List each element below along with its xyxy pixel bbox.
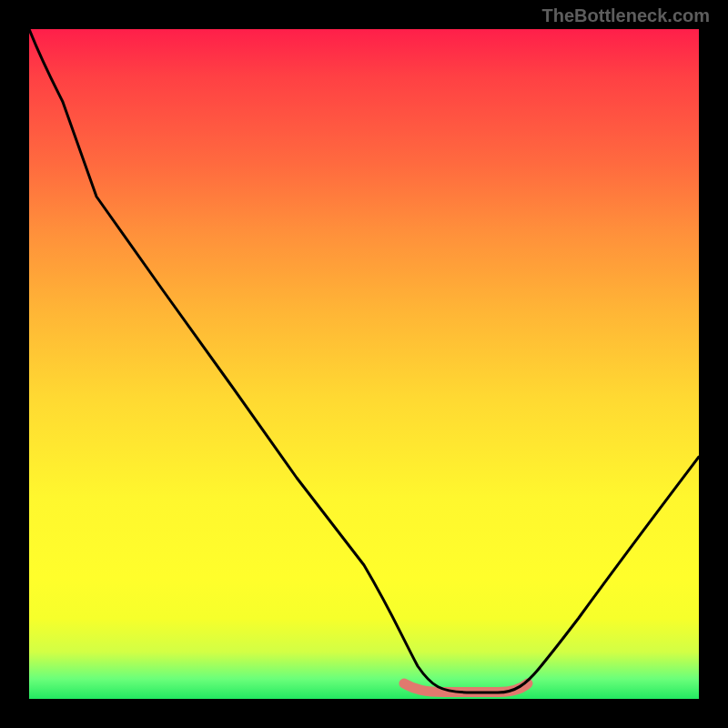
watermark: TheBottleneck.com xyxy=(542,5,710,26)
curve-line xyxy=(29,29,699,693)
chart-svg xyxy=(29,29,699,699)
plot-area xyxy=(29,29,699,699)
